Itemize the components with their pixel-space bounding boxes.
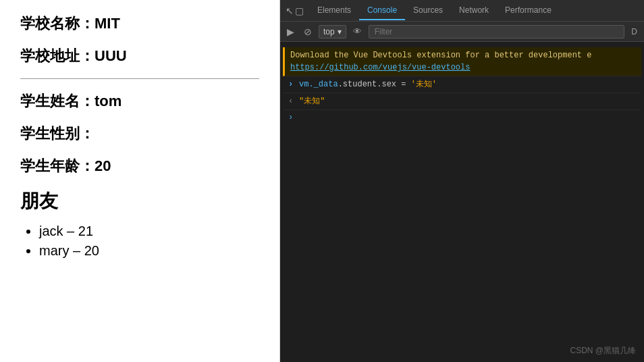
tab-network[interactable]: Network [451,1,497,20]
devtools-panel: ↖ ▢ Elements Console Sources Network Per… [280,0,644,362]
console-result-row: ‹ "未知" [283,93,641,110]
list-item: jack – 21 [39,224,259,239]
result-arrow-icon: ‹ [288,95,296,107]
tab-performance[interactable]: Performance [497,1,560,20]
tab-icons-left: ↖ ▢ [286,5,304,16]
vm-text: vm. [299,80,314,89]
school-address-label: 学校地址： [20,47,95,64]
command-text: vm._data.student.sex = '未知' [299,78,437,90]
school-name-row: 学校名称：MIT [20,14,259,34]
stop-icon[interactable]: ⊘ [301,25,315,38]
friends-title: 朋友 [20,188,259,214]
square-icon: ▢ [295,5,304,16]
student-age-row: 学生年龄：20 [20,156,259,176]
watermark: CSDN @黑猫几绛 [570,345,636,357]
school-address-value: UUU [95,47,127,64]
devtools-tabs-bar: ↖ ▢ Elements Console Sources Network Per… [280,0,644,22]
input-prompt-icon: › [288,113,293,122]
left-panel: 学校名称：MIT 学校地址：UUU 学生姓名：tom 学生性别： 学生年龄：20… [0,0,280,362]
context-selector[interactable]: top ▾ [319,25,346,38]
chevron-down-icon: ▾ [338,27,342,36]
tab-console[interactable]: Console [359,1,405,20]
eye-icon[interactable]: 👁 [350,25,365,38]
student-name-value: tom [95,93,122,109]
school-name-value: MIT [95,15,120,32]
result-text: "未知" [299,95,325,107]
vue-devtools-link[interactable]: https://github.com/vuejs/vue-devtools [290,63,470,72]
console-output: Download the Vue Devtools extension for … [280,42,644,362]
data-text: _data [314,80,338,89]
value-text: '未知' [411,80,437,89]
student-gender-row: 学生性别： [20,124,259,144]
context-value: top [323,27,335,36]
tab-elements[interactable]: Elements [309,1,359,20]
list-item: mary – 20 [39,243,259,259]
execute-icon[interactable]: ▶ [284,25,297,38]
devtools-toolbar: ▶ ⊘ top ▾ 👁 D [280,22,644,42]
prompt-arrow-icon: › [288,78,296,90]
console-input-row: › [283,110,641,125]
student-name-row: 学生姓名：tom [20,91,259,111]
divider [20,78,259,79]
student-age-value: 20 [95,157,111,174]
student-name-label: 学生姓名： [20,93,95,109]
filter-input[interactable] [369,25,625,38]
filter-options: D [628,27,640,36]
school-name-label: 学校名称： [20,15,95,32]
tab-sources[interactable]: Sources [405,1,451,20]
warning-text: Download the Vue Devtools extension for … [290,51,591,60]
friends-list: jack – 21 mary – 20 [20,224,259,259]
console-warning-message: Download the Vue Devtools extension for … [283,47,641,76]
student-age-label: 学生年龄： [20,157,95,174]
student-gender-label: 学生性别： [20,125,95,142]
school-address-row: 学校地址：UUU [20,46,259,66]
cursor-icon: ↖ [286,5,294,16]
console-command-row: › vm._data.student.sex = '未知' [283,76,641,93]
